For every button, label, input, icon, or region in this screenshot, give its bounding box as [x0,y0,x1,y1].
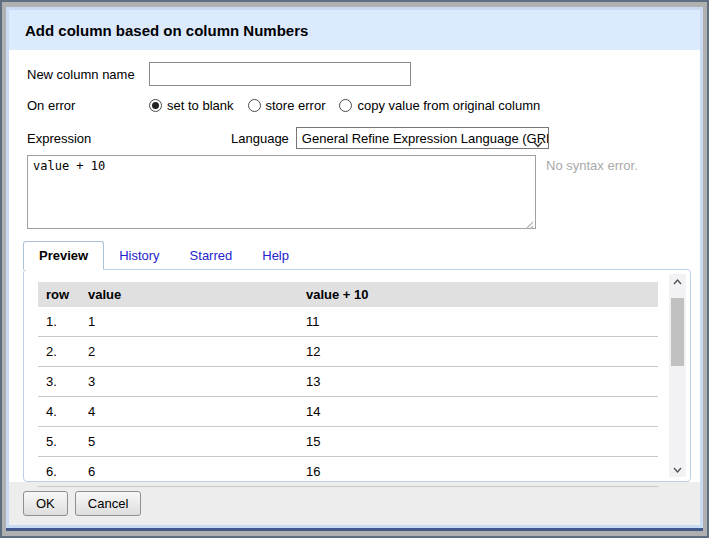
syntax-status-text: No syntax error. [546,155,638,173]
cell-row-index: 2. [38,337,80,367]
column-header-value: value [80,282,298,307]
chevron-down-icon [533,136,543,149]
table-row: 6. 6 16 [38,457,658,487]
tab-history[interactable]: History [104,242,174,269]
tab-bar: Preview History Starred Help [23,241,700,269]
language-label: Language [231,131,289,146]
resize-handle-icon[interactable] [524,216,534,226]
cell-row-index: 6. [38,457,80,487]
cell-result: 14 [298,397,658,427]
table-row: 1. 1 11 [38,307,658,337]
scrollbar-up-icon[interactable] [669,274,686,289]
cell-value: 2 [80,337,298,367]
cell-result: 12 [298,337,658,367]
radio-option-set-to-blank[interactable]: set to blank [149,98,234,113]
on-error-radio-group: set to blank store error copy value from… [149,98,550,113]
cell-row-index: 3. [38,367,80,397]
cell-row-index: 1. [38,307,80,337]
cell-result: 15 [298,427,658,457]
cell-value: 6 [80,457,298,487]
radio-button-icon[interactable] [248,99,261,112]
radio-label: store error [266,98,326,113]
table-row: 5. 5 15 [38,427,658,457]
expression-editor-row: value + 10 No syntax error. [27,155,682,229]
expression-textarea-wrap: value + 10 [27,155,536,229]
new-column-name-label: New column name [27,67,149,82]
radio-option-store-error[interactable]: store error [248,98,326,113]
dialog-title: Add column based on column Numbers [9,10,700,50]
new-column-name-row: New column name [27,62,682,86]
cell-result: 16 [298,457,658,487]
cell-value: 1 [80,307,298,337]
cell-row-index: 4. [38,397,80,427]
preview-table: row value value + 10 1. 1 11 2. 2 12 [38,282,658,487]
table-row: 2. 2 12 [38,337,658,367]
table-row: 4. 4 14 [38,397,658,427]
on-error-row: On error set to blank store error copy v… [27,98,682,113]
language-select-value: General Refine Expression Language (GREL… [302,131,549,146]
language-select[interactable]: General Refine Expression Language (GREL… [296,127,549,149]
scrollbar-thumb[interactable] [671,298,684,366]
screen-overlay: Add column based on column Numbers New c… [0,0,709,538]
preview-panel: row value value + 10 1. 1 11 2. 2 12 [23,269,691,482]
cell-value: 5 [80,427,298,457]
expression-header-row: Expression Language General Refine Expre… [27,127,682,149]
expression-label: Expression [27,131,231,146]
radio-option-copy-value[interactable]: copy value from original column [339,98,540,113]
cancel-button[interactable]: Cancel [75,491,141,516]
cell-result: 13 [298,367,658,397]
radio-button-icon[interactable] [339,99,352,112]
radio-label: set to blank [167,98,234,113]
cell-row-index: 5. [38,427,80,457]
column-header-row: row [38,282,80,307]
new-column-name-input[interactable] [149,62,411,86]
ok-button[interactable]: OK [23,491,68,516]
table-row: 3. 3 13 [38,367,658,397]
tab-help[interactable]: Help [247,242,304,269]
scrollbar-down-icon[interactable] [669,462,686,477]
radio-label: copy value from original column [357,98,540,113]
scrollbar-track[interactable] [669,274,686,477]
cell-value: 3 [80,367,298,397]
column-header-result: value + 10 [298,282,658,307]
expression-textarea[interactable]: value + 10 [27,155,536,229]
dialog-footer: OK Cancel [9,482,700,525]
on-error-label: On error [27,98,149,113]
cell-value: 4 [80,397,298,427]
table-header-row: row value value + 10 [38,282,658,307]
tab-starred[interactable]: Starred [175,242,248,269]
add-column-dialog: Add column based on column Numbers New c… [6,7,703,528]
cell-result: 11 [298,307,658,337]
tab-preview[interactable]: Preview [23,241,104,270]
radio-button-icon[interactable] [149,99,162,112]
